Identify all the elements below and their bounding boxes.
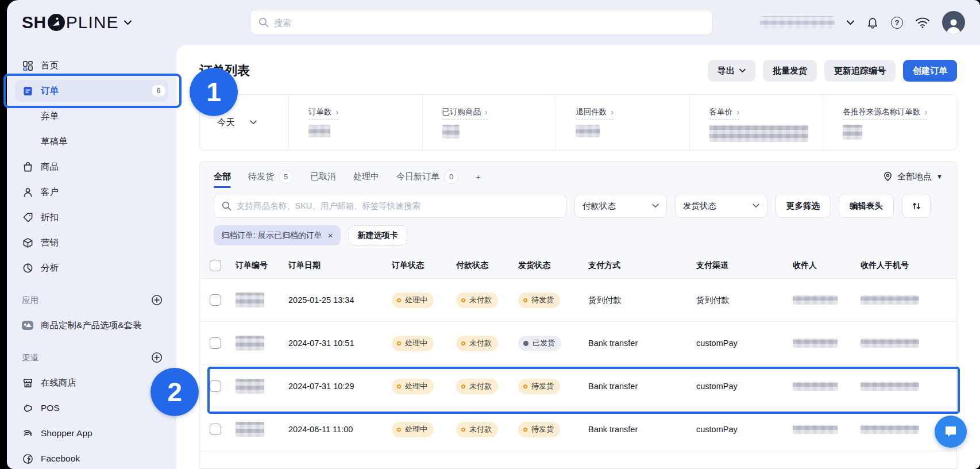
payment-method: 货到付款 [588, 295, 696, 306]
store-menu-chevron-icon[interactable] [847, 20, 854, 25]
sidebar-section-channels: 渠道 [7, 345, 176, 370]
create-order-button[interactable]: 创建订单 [903, 60, 957, 82]
sidebar-item-shopper-app[interactable]: Shopper App [7, 421, 176, 446]
order-row[interactable]: 2024-07-31 10:51 处理中 未付款 已发货 Bank transf… [200, 322, 956, 365]
tab-processing[interactable]: 处理中 [353, 162, 379, 191]
chevron-down-icon [753, 203, 759, 208]
redacted-recipient [793, 295, 838, 305]
tab-label: 已取消 [310, 171, 336, 182]
status-dot-icon [523, 428, 527, 432]
network-status-wifi-icon[interactable] [915, 17, 930, 29]
close-icon[interactable]: × [328, 230, 333, 240]
store-switcher[interactable]: SH PLINE [7, 13, 132, 32]
payment-method: Bank transfer [588, 382, 696, 391]
edit-columns-button[interactable]: 编辑表头 [839, 194, 894, 218]
chat-launcher-button[interactable] [935, 416, 967, 448]
tab-today-new[interactable]: 今日新订单0 [396, 162, 458, 191]
global-search-input[interactable] [274, 18, 704, 28]
status-dot-icon [397, 428, 401, 432]
row-checkbox[interactable] [210, 380, 221, 392]
redacted-recipient [793, 425, 838, 434]
update-tracking-button[interactable]: 更新追踪编号 [824, 60, 896, 82]
status-dot-icon [461, 385, 465, 389]
sidebar-item-analytics[interactable]: 分析 [7, 255, 176, 280]
sort-button[interactable] [902, 194, 931, 218]
more-filters-button[interactable]: 更多筛选 [775, 194, 831, 218]
search-icon [222, 201, 232, 211]
select-all-checkbox[interactable] [210, 260, 221, 271]
add-channel-icon[interactable] [151, 352, 163, 363]
cube-icon [22, 237, 33, 248]
stat-link[interactable]: 已订购商品› [442, 107, 488, 120]
order-search-input[interactable] [237, 201, 558, 210]
archived-filter-chip[interactable]: 归档订单: 展示已归档的订单 × [214, 225, 341, 245]
sidebar-item-customers[interactable]: 客户 [7, 179, 176, 205]
sidebar-item-discounts[interactable]: 折扣 [7, 205, 176, 230]
payment-channel: customPay [696, 339, 793, 348]
filter-toolbar: 付款状态 发货状态 更多筛选 编辑表头 [200, 191, 956, 218]
payment-status-badge: 未付款 [456, 336, 498, 351]
col-payment-method: 支付方式 [588, 260, 696, 271]
tab-all[interactable]: 全部 [214, 162, 231, 191]
sidebar-item-abandoned-orders[interactable]: 弃单 [7, 103, 176, 129]
stat-orders-by-referral: 各推荐来源名称订单数› [823, 95, 956, 150]
sidebar-item-marketing[interactable]: 营销 [7, 230, 176, 255]
payment-status-select[interactable]: 付款状态 [574, 194, 667, 218]
chevron-down-icon [652, 203, 659, 208]
order-row[interactable]: 2024-07-31 10:29 处理中 未付款 待发货 Bank transf… [200, 365, 956, 408]
stat-link[interactable]: 订单数› [308, 107, 338, 120]
stat-link[interactable]: 各推荐来源名称订单数› [843, 107, 927, 120]
sidebar-item-label: 订单 [41, 85, 59, 97]
chevron-right-icon: › [611, 107, 614, 117]
tab-count-badge: 0 [444, 170, 458, 184]
fulfillment-status-select[interactable]: 发货状态 [675, 194, 767, 218]
page-actions: 导出 批量发货 更新追踪编号 创建订单 [708, 60, 957, 82]
sidebar-item-draft-orders[interactable]: 草稿单 [7, 129, 176, 154]
sidebar-item-products[interactable]: 商品 [7, 154, 176, 179]
redacted-store-name [760, 16, 835, 29]
sidebar-item-label: Shopper App [41, 428, 92, 439]
global-search[interactable] [250, 10, 713, 35]
payment-channel: customPay [696, 425, 793, 434]
stat-orders-count: 订单数› [289, 95, 423, 150]
tab-cancelled[interactable]: 已取消 [310, 162, 336, 191]
help-icon[interactable] [891, 17, 903, 29]
add-app-icon[interactable] [151, 294, 163, 306]
sidebar-item-home[interactable]: 首页 [7, 53, 176, 78]
notifications-bell-icon[interactable] [866, 16, 879, 29]
order-date: 2024-07-31 10:29 [288, 382, 392, 391]
stat-link[interactable]: 退回件数› [576, 107, 614, 120]
sidebar-item-label: 弃单 [41, 110, 59, 122]
stat-items-ordered: 已订购商品› [423, 95, 557, 150]
bulk-ship-button[interactable]: 批量发货 [763, 60, 817, 82]
sidebar-item-label: 草稿单 [41, 136, 68, 148]
order-search[interactable] [214, 194, 566, 218]
col-order-date: 订单日期 [288, 260, 392, 271]
row-checkbox[interactable] [210, 294, 221, 306]
tab-add[interactable]: + [476, 162, 481, 191]
sidebar-item-orders[interactable]: 订单 6 [7, 78, 176, 103]
sidebar-item-pos[interactable]: POS [7, 395, 176, 421]
tab-to-ship[interactable]: 待发货5 [248, 162, 293, 191]
fulfillment-status-badge: 待发货 [518, 293, 560, 308]
export-button[interactable]: 导出 [708, 60, 755, 82]
account-avatar[interactable] [942, 11, 965, 34]
order-row[interactable]: 2025-01-25 13:34 处理中 未付款 待发货 货到付款 货到付款 [200, 279, 956, 322]
search-icon [258, 17, 269, 28]
order-row[interactable]: 2024-06-11 11:00 处理中 未付款 待发货 Bank transf… [200, 408, 956, 451]
sidebar-item-facebook[interactable]: Facebook [7, 446, 176, 469]
chip-label: 归档订单: 展示已归档的订单 [221, 230, 322, 241]
status-dot-icon [461, 298, 465, 302]
location-filter[interactable]: 全部地点 ▼ [883, 171, 943, 182]
status-dot-icon [397, 341, 401, 345]
stat-link[interactable]: 客单价› [709, 107, 739, 120]
stat-label: 客单价 [709, 107, 733, 117]
redacted-order-number [236, 336, 264, 351]
row-checkbox[interactable] [210, 337, 221, 349]
orders-table: 订单编号 订单日期 订单状态 付款状态 发货状态 支付方式 支付渠道 收件人 收… [200, 252, 956, 468]
new-tab-button[interactable]: 新建选项卡 [349, 225, 407, 245]
row-checkbox[interactable] [210, 424, 221, 435]
redacted-recipient [793, 339, 838, 348]
sidebar-item-product-customizer-app[interactable]: 商品定制&产品选项&套装 [7, 313, 176, 338]
stat-label: 已订购商品 [442, 107, 481, 117]
